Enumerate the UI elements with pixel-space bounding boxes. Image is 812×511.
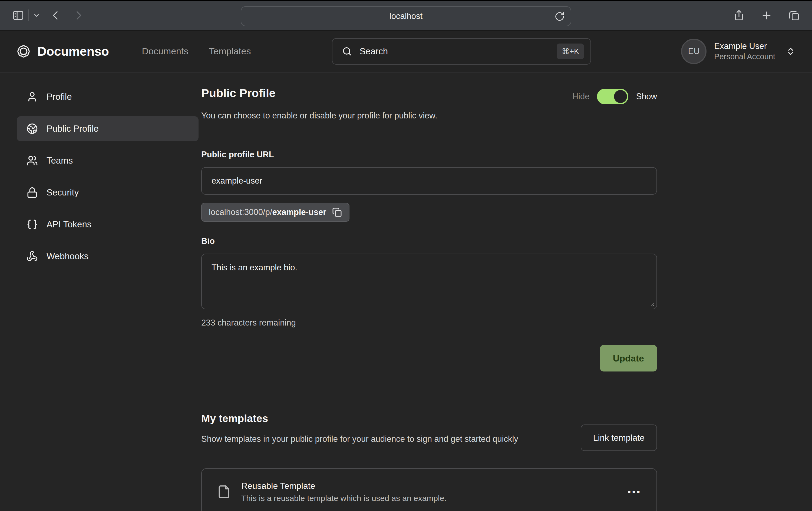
top-nav: Documents Templates: [142, 46, 251, 57]
tabs-icon: [788, 9, 800, 21]
webhook-icon: [27, 251, 38, 262]
template-name: Reusable Template: [241, 481, 446, 491]
public-url-input[interactable]: [201, 167, 657, 195]
reload-icon: [554, 11, 565, 22]
panel-left-icon: [12, 9, 24, 22]
toolbar-divider: [28, 9, 29, 21]
brand[interactable]: Documenso: [17, 44, 109, 59]
avatar: EU: [681, 39, 706, 64]
toggle-knob: [614, 90, 627, 103]
user-icon: [27, 91, 38, 102]
public-url-base: localhost:3000/p/: [209, 207, 272, 217]
sidebar-item-label: Security: [47, 187, 79, 198]
browser-chrome: localhost: [0, 0, 812, 31]
sidebar-item-api-tokens[interactable]: API Tokens: [17, 212, 199, 237]
update-button[interactable]: Update: [600, 345, 657, 371]
user-menu[interactable]: EU Example User Personal Account: [681, 39, 795, 64]
nav-documents[interactable]: Documents: [142, 46, 188, 57]
sidebar-menu-chevron-button[interactable]: [33, 12, 40, 19]
template-description: This is a reusable template which is use…: [241, 494, 446, 503]
link-template-button[interactable]: Link template: [581, 424, 657, 451]
sidebar-toggle-button[interactable]: [12, 9, 24, 22]
app-header: Documenso Documents Templates ⌘+K EU Exa…: [0, 31, 812, 72]
settings-sidebar: Profile Public Profile Teams: [0, 72, 201, 511]
share-icon: [733, 9, 745, 21]
characters-remaining: 233 characters remaining: [201, 318, 657, 328]
sidebar-item-profile[interactable]: Profile: [17, 84, 199, 109]
address-text: localhost: [389, 11, 423, 21]
search-shortcut-badge: ⌘+K: [557, 43, 584, 59]
chevron-right-icon: [73, 10, 84, 21]
sidebar-item-public-profile[interactable]: Public Profile: [17, 116, 199, 141]
sidebar-item-security[interactable]: Security: [17, 180, 199, 205]
sidebar-item-label: API Tokens: [47, 219, 91, 230]
user-account-type: Personal Account: [714, 52, 775, 61]
url-field-label: Public profile URL: [201, 150, 657, 159]
bio-textarea[interactable]: This is an example bio.: [201, 253, 657, 309]
page-title: Public Profile: [201, 87, 276, 100]
sidebar-item-webhooks[interactable]: Webhooks: [17, 244, 199, 269]
template-menu-button[interactable]: •••: [628, 487, 641, 497]
toggle-show-label: Show: [636, 92, 657, 101]
public-url-text: localhost:3000/p/example-user: [209, 207, 326, 217]
avatar-initials: EU: [688, 47, 700, 56]
globe-icon: [27, 123, 38, 134]
address-bar[interactable]: localhost: [241, 6, 571, 26]
sidebar-item-teams[interactable]: Teams: [17, 148, 199, 173]
section-divider: [201, 134, 657, 135]
new-tab-button[interactable]: [761, 9, 773, 21]
documenso-logo-icon: [17, 44, 30, 58]
profile-visibility-toggle[interactable]: [597, 89, 628, 104]
chevron-left-icon: [50, 10, 61, 21]
my-templates-description: Show templates in your public profile fo…: [201, 432, 518, 446]
bio-field-label: Bio: [201, 236, 657, 246]
public-url-copy-pill[interactable]: localhost:3000/p/example-user: [201, 203, 349, 222]
user-name: Example User: [714, 41, 775, 52]
plus-icon: [761, 9, 773, 21]
share-button[interactable]: [733, 9, 745, 21]
toggle-hide-label: Hide: [572, 92, 590, 101]
back-button[interactable]: [50, 10, 61, 21]
users-icon: [27, 155, 38, 166]
page-description: You can choose to enable or disable your…: [201, 111, 657, 121]
file-icon: [217, 485, 231, 499]
sidebar-item-label: Webhooks: [47, 251, 88, 262]
search-icon: [342, 46, 352, 57]
public-profile-settings: Public Profile Hide Show You can choose …: [201, 72, 657, 511]
sidebar-item-label: Profile: [47, 92, 72, 102]
forward-button[interactable]: [73, 10, 84, 21]
template-card[interactable]: Reusable Template This is a reusable tem…: [201, 468, 657, 511]
sidebar-item-label: Teams: [47, 155, 73, 166]
user-menu-toggle[interactable]: [786, 47, 795, 56]
reload-button[interactable]: [554, 11, 565, 22]
copy-icon: [332, 207, 342, 217]
chevron-down-icon: [33, 12, 40, 19]
sidebar-item-label: Public Profile: [47, 124, 99, 134]
nav-templates[interactable]: Templates: [209, 46, 251, 57]
lock-icon: [27, 187, 38, 198]
brand-name: Documenso: [37, 44, 109, 59]
chevrons-up-down-icon: [786, 47, 795, 56]
search-input[interactable]: [359, 46, 557, 57]
public-url-slug: example-user: [272, 207, 326, 217]
search-bar[interactable]: ⌘+K: [332, 38, 591, 65]
my-templates-title: My templates: [201, 413, 518, 424]
tab-overview-button[interactable]: [788, 9, 800, 21]
braces-icon: [27, 219, 38, 230]
